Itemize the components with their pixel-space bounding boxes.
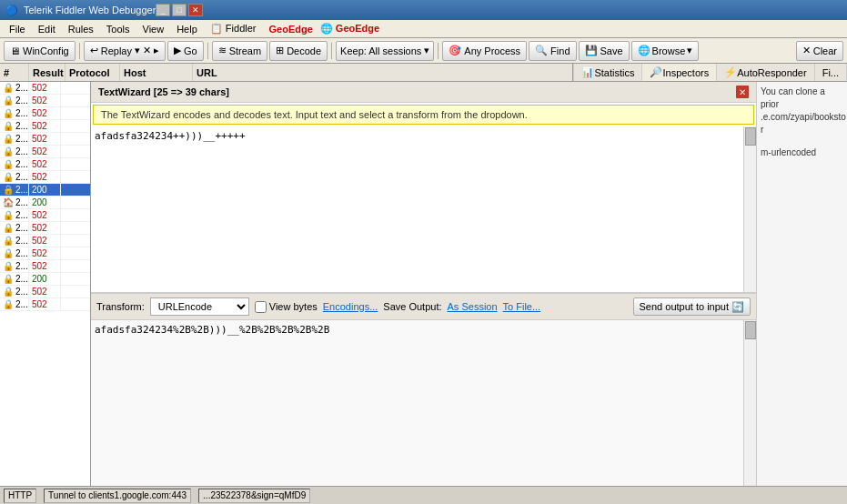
status-url: ...23522378&sign=qMfD9	[198, 489, 310, 503]
minimize-button[interactable]: _	[156, 4, 170, 16]
session-row-6[interactable]: 🔒2... 502	[0, 146, 90, 158]
view-bytes-checkbox[interactable]	[255, 301, 267, 313]
output-scrollbar[interactable]	[743, 320, 756, 486]
go-button[interactable]: ▶ Go	[167, 41, 204, 61]
save-output-label: Save Output:	[383, 301, 441, 312]
browse-label: Browse	[652, 45, 686, 56]
info-bar: The TextWizard encodes and decodes text.…	[93, 105, 754, 125]
session-row-12[interactable]: 🔒2... 502	[0, 222, 90, 235]
lock-icon-7: 🔒	[3, 159, 14, 169]
session-row-11[interactable]: 🔒2... 502	[0, 209, 90, 222]
col-result[interactable]: Result	[29, 64, 66, 81]
menu-edit[interactable]: Edit	[33, 22, 61, 36]
main-layout: 🔒2... 502 🔒2... 502 🔒2... 502 🔒2... 502 …	[0, 82, 847, 486]
session-row-2[interactable]: 🔒2... 502	[0, 95, 90, 107]
session-row-8[interactable]: 🔒2... 502	[0, 171, 90, 184]
close-button[interactable]: ✕	[188, 4, 203, 16]
session-row-13[interactable]: 🔒2... 502	[0, 235, 90, 247]
input-scrollbar[interactable]	[743, 126, 756, 292]
maximize-button[interactable]: □	[172, 4, 187, 16]
textwizard-title: TextWizard [25 => 39 chars]	[98, 86, 229, 97]
clear-button[interactable]: ✕ Clear	[796, 41, 843, 61]
transform-select[interactable]: URLEncode URLDecode Base64 Encode Base64…	[150, 297, 249, 316]
view-bytes-label[interactable]: View bytes	[255, 301, 318, 313]
input-container	[91, 126, 756, 292]
go-icon: ▶	[174, 45, 181, 56]
send-output-button[interactable]: Send output to input 🔄	[633, 297, 751, 316]
status-protocol: HTTP	[4, 489, 36, 503]
tab-inspectors[interactable]: 🔎 Inspectors	[641, 64, 717, 81]
encodings-button[interactable]: Encodings...	[323, 301, 378, 312]
clear-label: Clear	[813, 45, 837, 56]
lock-icon-1: 🔒	[3, 83, 14, 93]
browse-button[interactable]: 🌐 Browse ▾	[631, 41, 700, 61]
session-row-17[interactable]: 🔒2... 502	[0, 286, 90, 298]
lock-icon-2: 🔒	[3, 96, 14, 106]
replay-label: Replay	[101, 45, 132, 56]
menu-file[interactable]: File	[4, 22, 31, 36]
replay-icon: ↩	[90, 45, 98, 56]
lock-icon-12: 🔒	[3, 223, 14, 233]
session-row-4[interactable]: 🔒2... 502	[0, 120, 90, 133]
menu-fiddler[interactable]: 📋 Fiddler	[205, 21, 262, 36]
title-bar-text: Telerik Fiddler Web Debugger	[24, 5, 156, 15]
col-protocol[interactable]: Protocol	[66, 64, 120, 81]
any-process-button[interactable]: 🎯 Any Process	[442, 41, 527, 61]
menu-geoedge[interactable]: GeoEdge	[263, 22, 318, 36]
textwizard-close-button[interactable]: ✕	[736, 86, 749, 98]
session-row-18[interactable]: 🔒2... 502	[0, 298, 90, 311]
keep-dropdown[interactable]: Keep: All sessions ▾	[336, 41, 434, 61]
info-text: The TextWizard encodes and decodes text.…	[101, 109, 528, 120]
session-row-16[interactable]: 🔒2... 200	[0, 273, 90, 286]
lock-icon-15: 🔒	[3, 261, 14, 271]
stream-button[interactable]: ≋ Stream	[212, 41, 267, 61]
save-button[interactable]: 💾 Save	[579, 41, 630, 61]
col-num[interactable]: #	[0, 64, 29, 81]
session-list: 🔒2... 502 🔒2... 502 🔒2... 502 🔒2... 502 …	[0, 82, 91, 486]
find-button[interactable]: 🔍 Find	[529, 41, 576, 61]
session-row-3[interactable]: 🔒2... 502	[0, 107, 90, 120]
input-textarea[interactable]	[91, 126, 743, 292]
right-panel-text3: r	[761, 124, 843, 136]
col-host[interactable]: Host	[120, 64, 193, 81]
lock-icon-3: 🔒	[3, 108, 14, 118]
transform-label: Transform:	[96, 301, 145, 312]
session-row-10[interactable]: 🏠2... 200	[0, 197, 90, 209]
lock-icon-4: 🔒	[3, 121, 14, 131]
col-url[interactable]: URL	[193, 64, 572, 81]
menu-tools[interactable]: Tools	[101, 22, 136, 36]
title-bar: 🔵 Telerik Fiddler Web Debugger _ □ ✕	[0, 0, 847, 20]
menu-rules[interactable]: Rules	[63, 22, 99, 36]
decode-button[interactable]: ⊞ Decode	[269, 41, 328, 61]
tab-statistics[interactable]: 📊 Statistics	[573, 64, 641, 81]
session-row-1[interactable]: 🔒2... 502	[0, 82, 90, 95]
output-textarea[interactable]	[91, 320, 743, 486]
menu-view[interactable]: View	[137, 22, 170, 36]
session-row-9[interactable]: 🔒2... 200	[0, 184, 90, 197]
session-row-15[interactable]: 🔒2... 502	[0, 260, 90, 273]
lock-icon-13: 🔒	[3, 236, 14, 246]
column-headers: # Result Protocol Host URL 📊 Statistics …	[0, 64, 847, 82]
to-file-button[interactable]: To File...	[503, 301, 541, 312]
transform-bar: Transform: URLEncode URLDecode Base64 En…	[91, 293, 756, 320]
lock-icon-16: 🔒	[3, 274, 14, 284]
replay-dropdown-arrow: ▾	[135, 45, 140, 56]
tab-autoresponder[interactable]: ⚡ AutoResponder	[717, 64, 814, 81]
decode-label: Decode	[287, 45, 321, 56]
keep-label: Keep: All sessions	[340, 45, 421, 56]
separator-2	[207, 43, 208, 59]
icon-10: 🏠	[3, 197, 14, 207]
input-scrollbar-thumb[interactable]	[745, 127, 756, 146]
output-scrollbar-thumb[interactable]	[745, 321, 756, 339]
right-panel: You can clone a prior .e.com/zyapi/books…	[756, 82, 847, 486]
menu-help[interactable]: Help	[171, 22, 203, 36]
send-output-icon: 🔄	[731, 301, 744, 313]
session-row-14[interactable]: 🔒2... 502	[0, 247, 90, 260]
tab-fi[interactable]: Fi...	[815, 64, 847, 81]
session-row-7[interactable]: 🔒2... 502	[0, 158, 90, 171]
session-row-5[interactable]: 🔒2... 502	[0, 133, 90, 146]
winconfig-button[interactable]: 🖥 WinConfig	[4, 41, 76, 61]
replay-button[interactable]: ↩ Replay ▾ ✕ ▸	[84, 41, 166, 61]
inspectors-icon: 🔎	[650, 66, 662, 78]
as-session-button[interactable]: As Session	[448, 301, 498, 312]
